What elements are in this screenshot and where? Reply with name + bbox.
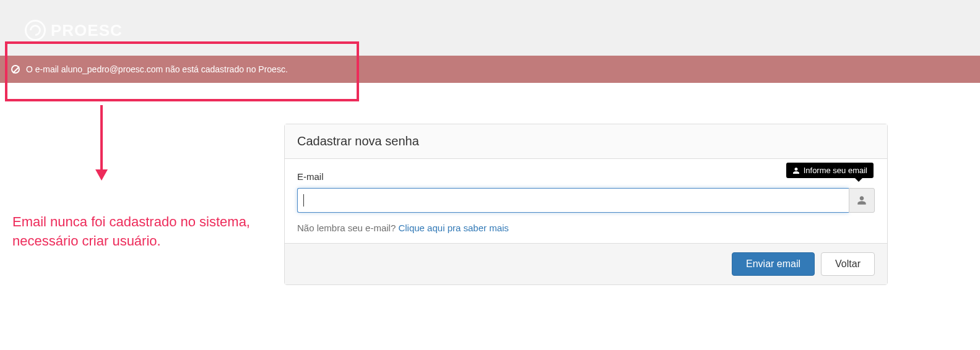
annotation-caption: Email nunca foi cadastrado no sistema, n…: [12, 213, 272, 251]
panel-title: Cadastrar nova senha: [285, 124, 887, 159]
help-link[interactable]: Clique aqui pra saber mais: [398, 223, 508, 233]
brand-logo: PROESC: [25, 20, 123, 41]
email-tooltip: Informe seu email: [786, 163, 874, 178]
text-caret-icon: [303, 194, 304, 207]
email-input[interactable]: [297, 188, 849, 213]
help-prefix: Não lembra seu e-mail?: [297, 223, 398, 233]
help-row: Não lembra seu e-mail? Clique aqui pra s…: [297, 223, 875, 233]
panel-body: E-mail Informe seu email Não lembra seu …: [285, 159, 887, 243]
email-tooltip-text: Informe seu email: [804, 166, 867, 175]
ban-icon: [11, 65, 20, 74]
reset-password-panel: Cadastrar nova senha E-mail Informe seu …: [284, 124, 888, 285]
brand-logo-text: PROESC: [51, 21, 123, 40]
error-banner: O e-mail aluno_pedro@proesc.com não está…: [0, 56, 980, 83]
email-input-addon: [849, 188, 875, 213]
submit-button[interactable]: Enviar email: [732, 252, 815, 276]
back-button[interactable]: Voltar: [821, 252, 875, 276]
brand-logo-mark: [25, 20, 46, 41]
user-icon: [857, 195, 867, 205]
header-band: PROESC: [0, 0, 980, 56]
panel-footer: Enviar email Voltar: [285, 243, 887, 284]
user-icon: [792, 167, 800, 174]
error-banner-text: O e-mail aluno_pedro@proesc.com não está…: [26, 64, 288, 74]
email-input-group: [297, 188, 875, 213]
